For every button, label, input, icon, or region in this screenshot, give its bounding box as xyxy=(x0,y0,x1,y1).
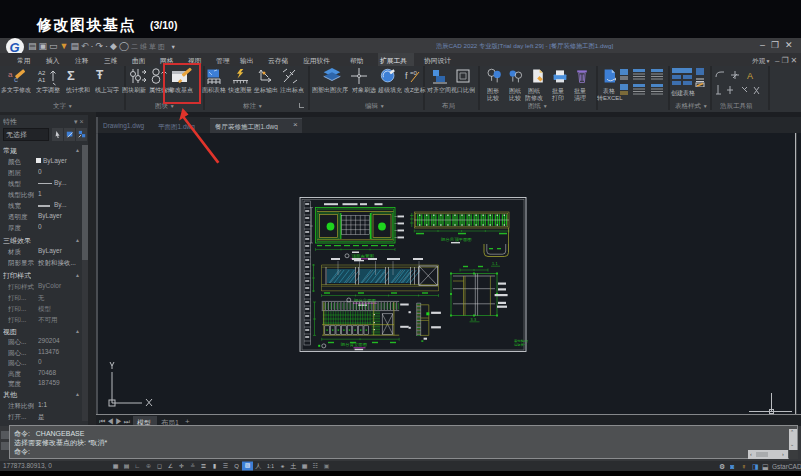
svg-text:吧台吊顶平面图: 吧台吊顶平面图 xyxy=(441,237,472,242)
svg-text:吧台背立面图: 吧台背立面图 xyxy=(341,342,367,347)
svg-text:顶面布置图: 顶面布置图 xyxy=(352,254,375,259)
svg-text:A2: A2 xyxy=(38,70,46,76)
svg-text:f: f xyxy=(405,71,408,81)
svg-text:3-3: 3-3 xyxy=(471,318,477,322)
svg-text:a: a xyxy=(8,70,13,79)
svg-text:A1: A1 xyxy=(38,77,46,83)
svg-text:吧台立面图: 吧台立面图 xyxy=(354,298,376,303)
svg-text:说明表一: 说明表一 xyxy=(514,343,527,347)
svg-text:A: A xyxy=(747,71,753,81)
svg-text:1-1: 1-1 xyxy=(492,262,498,266)
